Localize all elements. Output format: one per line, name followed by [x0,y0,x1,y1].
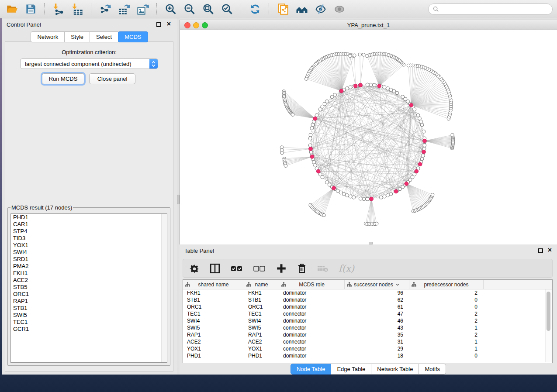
table-cell: 0 [409,303,484,310]
network-hub-node[interactable] [339,89,343,93]
mcds-result-item[interactable]: SWI4 [11,249,167,256]
network-hub-node[interactable] [415,169,419,173]
deselect-all-icon[interactable] [253,262,266,275]
hide-selected-icon[interactable] [313,2,328,17]
close-panel-button[interactable]: Close panel [89,73,135,84]
show-all-icon[interactable] [332,2,347,17]
mcds-result-item[interactable]: ACE2 [11,277,167,284]
mcds-result-item[interactable]: CAR1 [11,221,167,228]
network-hub-node[interactable] [309,147,313,151]
zoom-out-icon[interactable] [182,2,197,17]
table-row[interactable]: SWI5SWI5connector431 [183,324,552,331]
tab-network-table[interactable]: Network Table [371,364,419,375]
table-row[interactable]: YOX1YOX1connector291 [183,345,552,352]
close-panel-icon[interactable]: × [548,246,552,254]
export-table-icon[interactable] [117,2,131,17]
table-scrollbar[interactable] [545,289,552,362]
network-node [383,195,386,198]
clone-network-icon[interactable] [276,2,291,17]
zoom-fit-icon[interactable] [201,2,216,17]
import-table-icon[interactable] [70,2,85,17]
network-hub-node[interactable] [313,117,317,120]
first-neighbors-icon[interactable] [294,2,309,17]
tab-motifs[interactable]: Motifs [419,364,446,375]
tab-mcds[interactable]: MCDS [118,31,148,42]
mcds-result-item[interactable]: RAP1 [11,298,167,305]
network-hub-node[interactable] [377,84,381,88]
import-network-icon[interactable] [51,2,66,17]
refresh-view-icon[interactable] [248,2,263,17]
float-panel-icon[interactable] [156,22,161,27]
close-panel-icon[interactable]: × [167,20,171,28]
tab-style[interactable]: Style [64,31,90,42]
network-hub-node[interactable] [353,84,357,88]
tab-network[interactable]: Network [31,31,65,42]
network-hub-node[interactable] [370,197,374,201]
network-hub-node[interactable] [394,189,398,193]
optimization-criterion-select[interactable]: largest connected component (undirected) [20,58,158,69]
mcds-result-item[interactable]: SRD1 [11,256,167,263]
table-row[interactable]: PHD1PHD1dominator180 [183,352,552,359]
network-hub-node[interactable] [422,150,426,154]
column-header-MCDS-role[interactable]: MCDS role [279,280,345,289]
network-hub-node[interactable] [332,186,336,190]
network-node [422,130,426,133]
table-scrollbar-thumb[interactable] [547,292,550,331]
table-options-icon[interactable] [189,262,200,275]
show-columns-icon[interactable] [209,262,221,275]
table-row[interactable]: RAP1RAP1dominator352 [183,331,552,338]
zoom-selected-icon[interactable] [220,2,235,17]
network-hub-node[interactable] [405,182,408,186]
run-mcds-button[interactable]: Run MCDS [42,73,84,84]
tab-edge-table[interactable]: Edge Table [331,364,371,375]
node-table[interactable]: shared namenameMCDS rolesuccessor nodesp… [183,279,553,363]
network-hub-node[interactable] [418,162,422,166]
table-row[interactable]: ACE2ACE2connector311 [183,338,552,345]
column-header-successor-nodes[interactable]: successor nodes [345,280,409,289]
network-hub-node[interactable] [310,155,314,159]
network-hub-node[interactable] [316,169,320,173]
network-hub-node[interactable] [423,139,427,143]
delete-table-icon[interactable] [317,262,329,275]
mcds-result-item[interactable]: TID3 [11,235,167,242]
table-row[interactable]: TEC1TEC1connector472 [183,310,552,317]
mcds-result-item[interactable]: YOX1 [11,242,167,249]
export-image-icon[interactable] [135,2,150,17]
mcds-result-item[interactable]: FKH1 [11,270,167,277]
mcds-result-item[interactable]: ORC1 [11,291,167,298]
column-header-name[interactable]: name [244,280,279,289]
mcds-result-item[interactable]: PMA2 [11,263,167,270]
export-network-icon[interactable] [98,2,113,17]
mcds-result-item[interactable]: TEC1 [11,319,167,326]
search-input[interactable] [442,5,548,13]
function-builder-icon[interactable]: f(x) [339,262,354,275]
mcds-result-item[interactable]: STP4 [11,228,167,235]
network-window-titlebar: YPA_prune.txt_1 [180,20,557,30]
table-row[interactable]: ORC1ORC1dominator610 [183,303,552,310]
save-session-icon[interactable] [23,2,38,17]
float-panel-icon[interactable] [538,248,543,253]
mcds-list-scrollbar[interactable] [161,214,167,362]
add-column-icon[interactable] [276,262,287,275]
open-session-icon[interactable] [4,2,19,17]
column-header-predecessor-nodes[interactable]: predecessor nodes [409,280,484,289]
mcds-result-item[interactable]: STB1 [11,305,167,312]
table-row[interactable]: SWI4SWI4dominator462 [183,317,552,324]
mcds-result-list[interactable]: PHD1CAR1STP4TID3YOX1SWI4SRD1PMA2FKH1ACE2… [10,213,167,363]
network-hub-node[interactable] [409,103,413,107]
mcds-result-item[interactable]: STB5 [11,284,167,291]
network-nodes[interactable] [280,52,455,226]
network-hub-node[interactable] [359,83,363,87]
mcds-result-item[interactable]: PHD1 [11,214,167,221]
zoom-in-icon[interactable] [163,2,178,17]
mcds-result-item[interactable]: SWI5 [11,312,167,319]
mcds-result-item[interactable]: GCR1 [11,326,167,333]
network-canvas[interactable] [180,30,557,245]
table-row[interactable]: FKH1FKH1dominator962 [183,289,552,296]
select-all-icon[interactable] [230,262,243,275]
tab-node-table[interactable]: Node Table [291,364,332,375]
tab-select[interactable]: Select [90,31,118,42]
delete-column-icon[interactable] [297,262,307,275]
table-row[interactable]: STB1STB1dominator620 [183,296,552,303]
column-header-shared-name[interactable]: shared name [183,280,244,289]
